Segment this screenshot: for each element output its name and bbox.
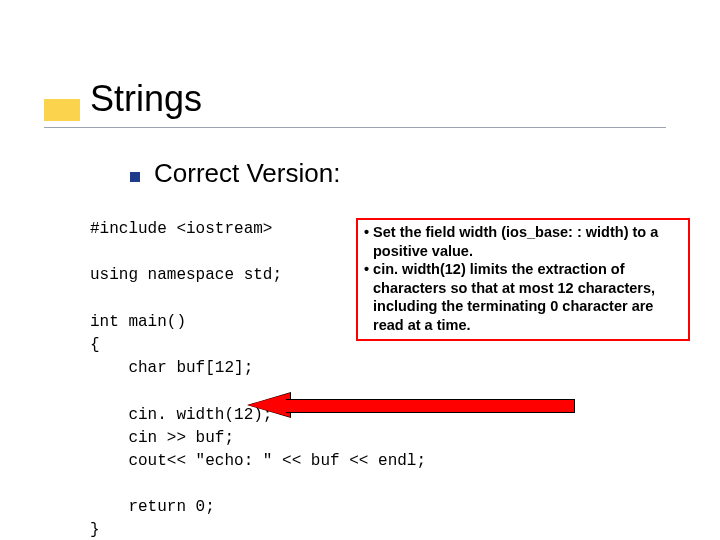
callout-bullet-1: • Set the field width (ios_base: : width… — [364, 223, 682, 260]
slide-title: Strings — [90, 78, 202, 120]
title-underline — [44, 127, 666, 128]
arrow-shaft — [286, 399, 575, 413]
subtitle-text: Correct Version: — [154, 158, 340, 189]
callout-box: • Set the field width (ios_base: : width… — [356, 218, 690, 341]
callout-bullet-2: • cin. width(12) limits the extraction o… — [364, 260, 682, 334]
subtitle-row: Correct Version: — [130, 158, 340, 189]
arrow-annotation — [248, 394, 578, 418]
title-accent-bar — [44, 99, 80, 121]
arrow-left-icon — [248, 393, 290, 417]
bullet-square-icon — [130, 172, 140, 182]
slide: Strings Correct Version: #include <iostr… — [0, 0, 720, 540]
